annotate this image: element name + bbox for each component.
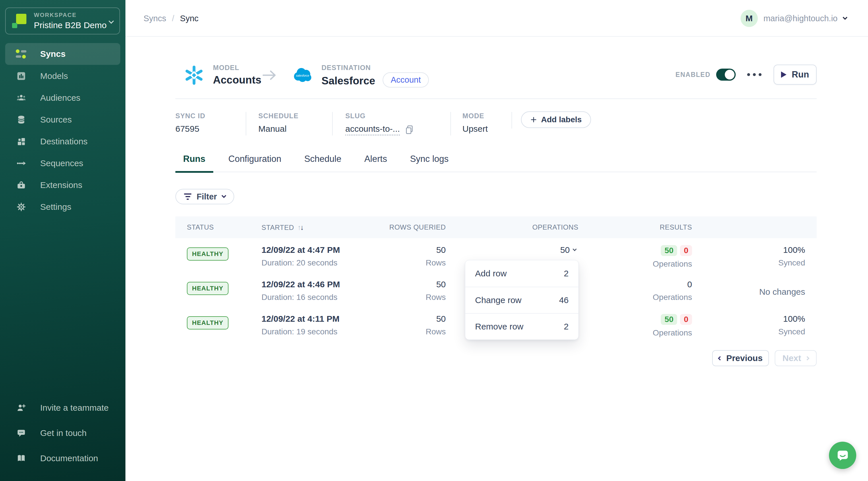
popup-item-add-row[interactable]: Add row 2: [465, 260, 578, 287]
arrow-right-icon: [261, 69, 278, 82]
synced-percent: 100%: [692, 245, 805, 255]
chevron-left-icon: [718, 356, 722, 360]
rows-queried-value: 50: [371, 245, 446, 255]
run-button[interactable]: Run: [774, 65, 817, 85]
tab-configuration[interactable]: Configuration: [221, 154, 289, 173]
column-operations[interactable]: OPERATIONS: [446, 223, 578, 231]
chat-widget-button[interactable]: [829, 442, 856, 469]
user-email: maria@hightouch.io: [764, 14, 838, 23]
operations-popup: Add row 2 Change row 46 Remove row 2: [465, 260, 579, 340]
table-header: STATUS STARTED↑↓ ROWS QUERIED OPERATIONS…: [175, 216, 817, 238]
book-icon: [16, 453, 27, 464]
add-labels-button[interactable]: Add labels: [521, 111, 591, 128]
enabled-toggle[interactable]: [716, 69, 736, 81]
chevron-down-icon: [843, 15, 848, 20]
header-controls: ENABLED Run: [675, 64, 817, 86]
rows-queried-value: 50: [371, 280, 446, 289]
run-started: 12/09/22 at 4:11 PM: [261, 314, 371, 324]
previous-button[interactable]: Previous: [712, 350, 769, 366]
sort-icon: ↑↓: [298, 223, 303, 231]
tab-sync-logs[interactable]: Sync logs: [402, 154, 456, 173]
sidebar-item-extensions[interactable]: Extensions: [5, 174, 120, 196]
sources-icon: [16, 114, 27, 125]
success-count: 50: [661, 245, 677, 256]
meta-sync-id: SYNC ID 67595: [175, 112, 205, 134]
chevron-right-icon: [805, 356, 810, 360]
run-duration: Duration: 16 seconds: [261, 293, 371, 302]
chevron-down-icon: [572, 247, 577, 251]
operations-dropdown-trigger[interactable]: 50: [560, 245, 576, 255]
breadcrumb-syncs-link[interactable]: Syncs: [144, 14, 166, 23]
settings-icon: [16, 201, 27, 213]
topbar: Syncs / Sync M maria@hightouch.io: [125, 0, 868, 37]
hightouch-logo-icon: [12, 13, 28, 29]
syncs-icon: [16, 48, 27, 60]
tab-alerts[interactable]: Alerts: [356, 154, 395, 173]
meta-schedule: SCHEDULE Manual: [258, 112, 299, 134]
plus-icon: [530, 116, 537, 123]
sidebar-nav: Syncs Models Audiences Sources Destinati…: [0, 43, 125, 218]
copy-icon[interactable]: [405, 125, 414, 135]
tab-runs[interactable]: Runs: [175, 154, 213, 173]
models-icon: [16, 70, 27, 82]
sidebar-item-invite-teammate[interactable]: Invite a teammate: [5, 397, 120, 418]
workspace-name: Pristine B2B Demo: [34, 20, 110, 30]
failed-count: 0: [680, 245, 692, 256]
sync-meta-row: SYNC ID 67595 SCHEDULE Manual SLUG accou…: [175, 112, 817, 138]
run-duration: Duration: 20 seconds: [261, 258, 371, 267]
column-rows-queried[interactable]: ROWS QUERIED: [371, 223, 446, 231]
divider: [175, 98, 817, 99]
sidebar-item-sequences[interactable]: Sequences: [5, 153, 120, 174]
run-started: 12/09/22 at 4:46 PM: [261, 280, 371, 289]
status-badge: HEALTHY: [187, 282, 228, 295]
sequences-icon: [16, 158, 27, 169]
enabled-label: ENABLED: [675, 71, 710, 78]
status-badge: HEALTHY: [187, 316, 228, 329]
sidebar: WORKSPACE Pristine B2B Demo Syncs Models…: [0, 0, 125, 481]
success-count: 50: [661, 314, 677, 325]
invite-teammate-icon: [16, 402, 27, 414]
sidebar-footer: Invite a teammate Get in touch Documenta…: [0, 397, 125, 473]
model-name: Accounts: [213, 74, 261, 86]
play-icon: [781, 71, 786, 78]
filter-button[interactable]: Filter: [175, 189, 234, 204]
more-options-button[interactable]: [747, 70, 762, 79]
sidebar-item-destinations[interactable]: Destinations: [5, 131, 120, 152]
svg-text:salesforce: salesforce: [296, 74, 309, 77]
tab-schedule[interactable]: Schedule: [297, 154, 349, 173]
outcome-text: No changes: [692, 280, 805, 297]
chat-bubble-icon: [836, 448, 850, 462]
sidebar-item-get-in-touch[interactable]: Get in touch: [5, 422, 120, 444]
sidebar-item-settings[interactable]: Settings: [5, 196, 120, 218]
extensions-icon: [16, 180, 27, 191]
filter-icon: [184, 193, 191, 200]
rows-queried-value: 50: [371, 314, 446, 324]
pagination: Previous Next: [712, 350, 817, 366]
synced-percent: 100%: [692, 314, 805, 324]
breadcrumb: Syncs / Sync: [144, 0, 198, 37]
popup-item-change-row[interactable]: Change row 46: [465, 287, 578, 313]
next-button[interactable]: Next: [775, 350, 817, 366]
sync-header: MODEL Accounts salesforce: [175, 37, 817, 98]
breadcrumb-separator: /: [172, 14, 174, 23]
sidebar-item-sources[interactable]: Sources: [5, 109, 120, 130]
column-status[interactable]: STATUS: [175, 223, 261, 231]
column-started[interactable]: STARTED↑↓: [261, 223, 371, 232]
sidebar-item-models[interactable]: Models: [5, 65, 120, 87]
popup-item-remove-row[interactable]: Remove row 2: [465, 313, 578, 340]
user-menu[interactable]: M maria@hightouch.io: [741, 0, 847, 37]
sidebar-item-audiences[interactable]: Audiences: [5, 87, 120, 108]
sidebar-item-syncs[interactable]: Syncs: [5, 43, 120, 65]
audiences-icon: [16, 92, 27, 104]
destination-label: DESTINATION: [321, 64, 429, 72]
status-badge: HEALTHY: [187, 247, 228, 261]
slug-link[interactable]: accounts-to-...: [345, 124, 400, 135]
meta-slug: SLUG accounts-to-...: [345, 112, 414, 135]
destination-object-badge[interactable]: Account: [383, 72, 429, 88]
sidebar-item-documentation[interactable]: Documentation: [5, 448, 120, 469]
avatar: M: [741, 10, 758, 27]
column-results[interactable]: RESULTS: [578, 223, 692, 231]
run-started: 12/09/22 at 4:47 PM: [261, 245, 371, 255]
workspace-selector[interactable]: WORKSPACE Pristine B2B Demo: [5, 7, 120, 34]
chevron-down-icon: [221, 193, 226, 198]
